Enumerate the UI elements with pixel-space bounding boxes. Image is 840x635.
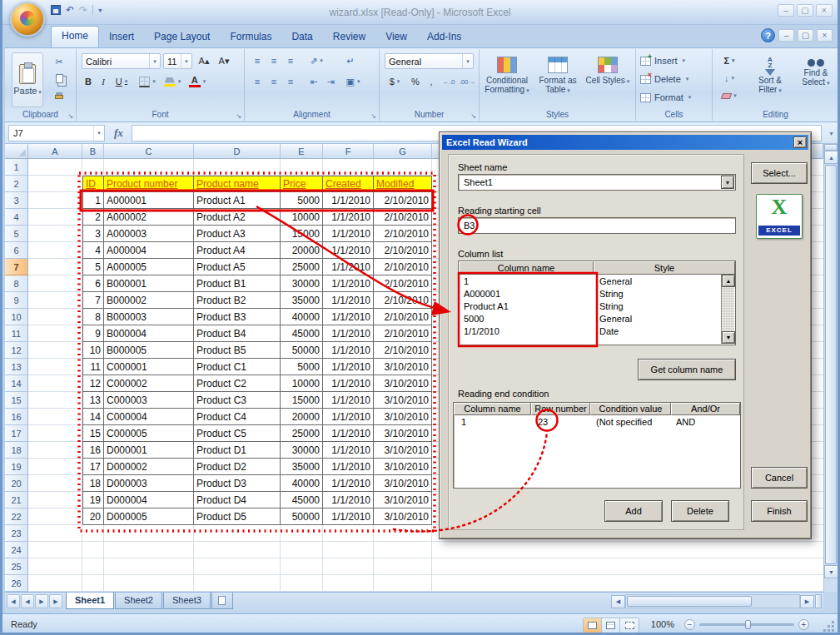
cell[interactable]: 9 <box>82 325 104 342</box>
cell[interactable] <box>28 275 82 292</box>
cell[interactable]: C000003 <box>104 392 194 409</box>
cell[interactable]: 10000 <box>281 375 323 392</box>
cell[interactable]: 2/10/2010 <box>374 292 432 309</box>
column-list-scrollbar[interactable]: ▲ ▼ <box>721 275 734 344</box>
cell[interactable] <box>374 525 432 542</box>
cell[interactable]: Product A5 <box>194 259 281 275</box>
row-header-25[interactable]: 25 <box>5 558 28 575</box>
row-header-10[interactable]: 10 <box>5 309 28 325</box>
cell[interactable]: D000001 <box>104 442 194 459</box>
cell[interactable]: 1 <box>82 192 104 209</box>
find-select-button[interactable]: Find & Select <box>794 51 838 107</box>
sort-filter-button[interactable]: AZ Sort & Filter <box>748 51 793 107</box>
cell[interactable]: 11 <box>82 359 104 375</box>
row-header-3[interactable]: 3 <box>5 192 28 209</box>
column-list[interactable]: Column name Style 1GeneralA000001StringP… <box>458 260 736 345</box>
cell[interactable] <box>28 192 82 209</box>
cell[interactable]: B000004 <box>104 325 194 342</box>
ec-andor-header[interactable]: And/Or <box>671 403 740 415</box>
column-list-row[interactable]: Product A1String <box>460 300 721 312</box>
cell[interactable]: Product B2 <box>194 292 281 309</box>
cell[interactable]: 1/1/2010 <box>323 442 374 459</box>
undo-icon[interactable]: ↶ <box>66 4 74 16</box>
cell[interactable]: 2/10/2010 <box>374 275 432 292</box>
format-painter-icon[interactable] <box>47 89 72 104</box>
row-header-4[interactable]: 4 <box>5 209 28 226</box>
cell[interactable]: 40000 <box>281 475 323 492</box>
cell[interactable] <box>82 575 104 592</box>
get-column-name-button[interactable]: Get column name <box>638 359 736 380</box>
cell[interactable]: 19 <box>82 492 104 508</box>
cell[interactable]: 10000 <box>281 209 323 226</box>
cell[interactable]: 25000 <box>281 425 323 442</box>
ec-row-number-header[interactable]: Row number <box>531 403 590 415</box>
column-header-B[interactable]: B <box>82 144 104 159</box>
cell[interactable] <box>28 558 82 575</box>
cell[interactable]: Product D2 <box>194 459 281 475</box>
cell[interactable]: 3/10/2010 <box>374 475 432 492</box>
cell[interactable]: 1/1/2010 <box>323 292 374 309</box>
cell[interactable]: Product C1 <box>194 359 281 375</box>
column-header-G[interactable]: G <box>374 144 432 159</box>
cell[interactable] <box>28 309 82 325</box>
column-header-E[interactable]: E <box>281 144 323 159</box>
horizontal-scroll-thumb[interactable] <box>627 596 752 607</box>
cell[interactable]: 2/10/2010 <box>374 259 432 275</box>
tab-insert[interactable]: Insert <box>99 27 144 47</box>
workbook-close-button[interactable]: × <box>817 29 833 42</box>
column-list-row[interactable]: 1General <box>460 275 721 287</box>
cell[interactable]: 14 <box>82 409 104 425</box>
sheet-tab-sheet1[interactable]: Sheet1 <box>66 593 114 609</box>
cell[interactable] <box>374 558 432 575</box>
column-header-C[interactable]: C <box>104 144 194 159</box>
format-as-table-button[interactable]: Format as Table <box>533 51 583 107</box>
row-header-15[interactable]: 15 <box>5 392 28 409</box>
tab-data[interactable]: Data <box>281 27 322 47</box>
zoom-slider[interactable]: − + <box>684 618 809 631</box>
cell[interactable] <box>28 459 82 475</box>
cell[interactable] <box>323 575 374 592</box>
first-sheet-icon[interactable]: ◀ <box>7 594 20 608</box>
cell[interactable]: Product D4 <box>194 492 281 508</box>
cell[interactable] <box>28 259 82 275</box>
cell[interactable] <box>28 492 82 508</box>
cell[interactable]: 20000 <box>281 409 323 425</box>
insert-cells-button[interactable]: Insert <box>640 53 685 68</box>
cell[interactable]: Product B1 <box>194 275 281 292</box>
zoom-level[interactable]: 100% <box>651 619 674 629</box>
redo-icon[interactable]: ↷ <box>79 4 87 16</box>
cell[interactable] <box>28 475 82 492</box>
cell[interactable]: 3/10/2010 <box>374 442 432 459</box>
cell[interactable] <box>104 159 194 176</box>
column-list-row[interactable]: 5000General <box>460 312 721 325</box>
cell[interactable]: 1/1/2010 <box>323 392 374 409</box>
row-header-2[interactable]: 2 <box>5 176 28 192</box>
cell[interactable]: 8 <box>82 309 104 325</box>
row-header-18[interactable]: 18 <box>5 442 28 459</box>
cell[interactable]: 50000 <box>281 342 323 359</box>
cell[interactable] <box>82 525 104 542</box>
cell[interactable]: 13 <box>82 392 104 409</box>
align-bottom-icon[interactable]: ≡ <box>283 53 298 68</box>
cell[interactable]: 1/1/2010 <box>323 242 374 259</box>
font-dialog-launcher[interactable] <box>234 111 241 118</box>
cell[interactable]: C000001 <box>104 359 194 375</box>
cell[interactable] <box>28 209 82 226</box>
row-header-24[interactable]: 24 <box>5 542 28 558</box>
cell[interactable]: 1/1/2010 <box>323 309 374 325</box>
cell[interactable]: B000003 <box>104 309 194 325</box>
cell[interactable]: A000002 <box>104 209 194 226</box>
font-color-icon[interactable]: A <box>186 74 208 89</box>
starting-cell-input[interactable]: B3 <box>458 217 736 234</box>
cell[interactable]: Product C4 <box>194 409 281 425</box>
increase-decimal-icon[interactable]: ←.0 <box>440 74 458 89</box>
cell[interactable]: 15 <box>82 425 104 442</box>
sheet-name-select[interactable]: Sheet1 ▼ <box>458 174 736 191</box>
cell[interactable]: 15000 <box>281 392 323 409</box>
cell[interactable] <box>28 342 82 359</box>
cell[interactable] <box>104 575 194 592</box>
cell[interactable] <box>28 359 82 375</box>
cell[interactable]: 35000 <box>281 459 323 475</box>
minimize-button[interactable]: – <box>778 4 794 17</box>
cell[interactable] <box>194 558 281 575</box>
